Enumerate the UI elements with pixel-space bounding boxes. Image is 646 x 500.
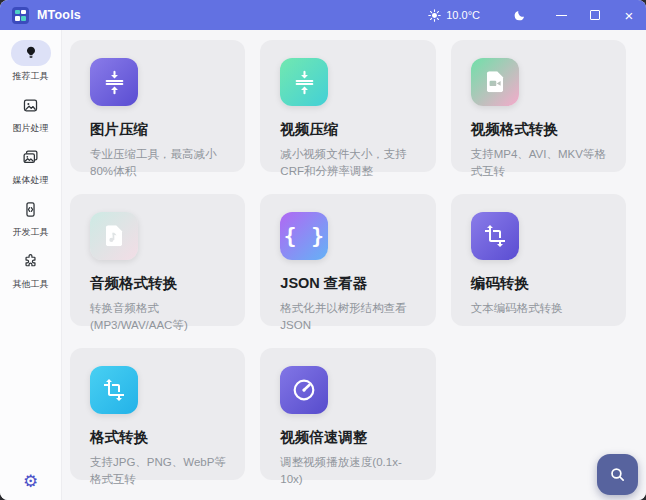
settings-button[interactable]: ⚙ [23, 473, 38, 490]
sidebar-item-label: 开发工具 [13, 226, 49, 239]
card-description: 专业压缩工具，最高减小80%体积 [90, 146, 227, 181]
card-title: 编码转换 [471, 274, 608, 293]
app-title: MTools [37, 8, 81, 22]
card-description: 文本编码格式转换 [471, 300, 608, 317]
sidebar-item-label: 图片处理 [13, 122, 49, 135]
card-title: JSON 查看器 [280, 274, 417, 293]
tool-card-format-convert[interactable]: 格式转换 支持JPG、PNG、WebP等格式互转 [70, 348, 245, 480]
close-icon: × [625, 8, 634, 23]
minimize-icon [556, 15, 567, 16]
dev-phone-code-icon [22, 201, 39, 218]
transform-icon [102, 378, 126, 402]
tool-card-encoding-convert[interactable]: 编码转换 文本编码格式转换 [451, 194, 626, 326]
temperature-label: 10.0°C [446, 9, 480, 21]
tool-card-grid: 图片压缩 专业压缩工具，最高减小80%体积 [70, 40, 626, 480]
card-title: 格式转换 [90, 428, 227, 447]
theme-toggle-button[interactable] [502, 0, 536, 30]
app-window: MTools 10.0°C [0, 0, 646, 500]
sidebar-item-label: 媒体处理 [13, 174, 49, 187]
sun-icon [428, 9, 441, 22]
sidebar-item-image-processing[interactable]: 图片处理 [0, 92, 61, 135]
card-description: 支持JPG、PNG、WebP等格式互转 [90, 454, 227, 489]
search-icon [609, 466, 626, 483]
main-content: 图片压缩 专业压缩工具，最高减小80%体积 [62, 30, 646, 500]
maximize-button[interactable] [578, 0, 612, 30]
tool-card-video-speed[interactable]: 视频倍速调整 调整视频播放速度(0.1x-10x) [260, 348, 435, 480]
sidebar-item-other-tools[interactable]: 其他工具 [0, 248, 61, 291]
braces-icon: { } [284, 224, 325, 248]
minimize-button[interactable] [544, 0, 578, 30]
titlebar: MTools 10.0°C [0, 0, 646, 30]
card-title: 图片压缩 [90, 120, 227, 139]
tool-card-video-compress[interactable]: 视频压缩 减小视频文件大小，支持CRF和分辨率调整 [260, 40, 435, 172]
close-button[interactable]: × [612, 0, 646, 30]
weather-widget: 10.0°C [428, 9, 480, 22]
card-title: 视频压缩 [280, 120, 417, 139]
tool-card-json-viewer[interactable]: { } JSON 查看器 格式化并以树形结构查看 JSON [260, 194, 435, 326]
image-icon [22, 97, 39, 114]
media-stack-icon [22, 149, 39, 166]
audio-file-icon [101, 223, 127, 249]
card-description: 支持MP4、AVI、MKV等格式互转 [471, 146, 608, 181]
lightbulb-icon [23, 45, 39, 61]
puzzle-icon [22, 253, 39, 270]
sidebar: 推荐工具 图片处理 [0, 30, 62, 500]
sidebar-item-label: 其他工具 [13, 278, 49, 291]
card-title: 音频格式转换 [90, 274, 227, 293]
maximize-icon [590, 10, 600, 20]
card-title: 视频倍速调整 [280, 428, 417, 447]
card-description: 转换音频格式(MP3/WAV/AAC等) [90, 300, 227, 335]
speedometer-icon [291, 377, 317, 403]
tool-card-video-format-convert[interactable]: 视频格式转换 支持MP4、AVI、MKV等格式互转 [451, 40, 626, 172]
search-button[interactable] [597, 454, 638, 495]
sidebar-item-media-processing[interactable]: 媒体处理 [0, 144, 61, 187]
card-description: 格式化并以树形结构查看 JSON [280, 300, 417, 335]
gear-icon: ⚙ [23, 472, 38, 491]
card-description: 调整视频播放速度(0.1x-10x) [280, 454, 417, 489]
sidebar-item-label: 推荐工具 [13, 70, 49, 83]
app-logo-icon [12, 7, 29, 24]
card-title: 视频格式转换 [471, 120, 608, 139]
tool-card-audio-format-convert[interactable]: 音频格式转换 转换音频格式(MP3/WAV/AAC等) [70, 194, 245, 326]
compress-icon [292, 70, 317, 95]
video-file-icon [482, 69, 508, 95]
card-description: 减小视频文件大小，支持CRF和分辨率调整 [280, 146, 417, 181]
moon-icon [513, 9, 526, 22]
tool-card-image-compress[interactable]: 图片压缩 专业压缩工具，最高减小80%体积 [70, 40, 245, 172]
sidebar-item-dev-tools[interactable]: 开发工具 [0, 196, 61, 239]
sidebar-item-recommended-tools[interactable]: 推荐工具 [0, 40, 61, 83]
transform-icon [483, 224, 507, 248]
compress-icon [102, 70, 127, 95]
